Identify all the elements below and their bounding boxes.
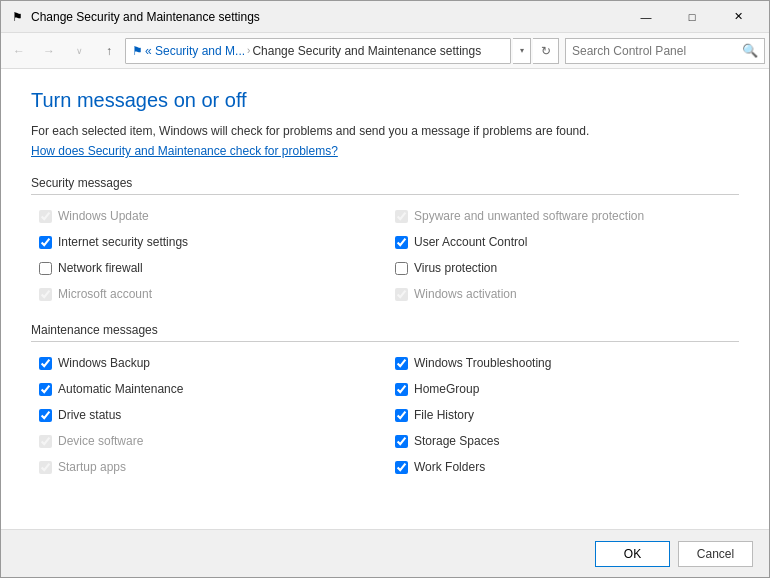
checkbox-windows-update	[39, 210, 52, 223]
breadcrumb-parent[interactable]: « Security and M...	[145, 44, 245, 58]
breadcrumb-separator: ›	[247, 45, 250, 56]
maintenance-item-drive-status: Drive status	[39, 404, 375, 426]
help-link[interactable]: How does Security and Maintenance check …	[31, 144, 338, 158]
window-controls: — □ ✕	[623, 1, 761, 33]
security-item-windows-activation: Windows activation	[395, 283, 731, 305]
footer: OK Cancel	[1, 529, 769, 577]
address-flag-icon: ⚑	[132, 44, 143, 58]
label-microsoft-account: Microsoft account	[58, 287, 152, 301]
recent-button[interactable]: ∨	[65, 37, 93, 65]
maintenance-section-header: Maintenance messages	[31, 323, 739, 342]
maintenance-item-windows-backup: Windows Backup	[39, 352, 375, 374]
label-windows-troubleshooting: Windows Troubleshooting	[414, 356, 551, 370]
maintenance-item-homegroup: HomeGroup	[395, 378, 731, 400]
checkbox-homegroup[interactable]	[395, 383, 408, 396]
checkbox-startup-apps	[39, 461, 52, 474]
cancel-button[interactable]: Cancel	[678, 541, 753, 567]
security-item-spyware: Spyware and unwanted software protection	[395, 205, 731, 227]
forward-button[interactable]: →	[35, 37, 63, 65]
maximize-button[interactable]: □	[669, 1, 715, 33]
security-item-microsoft-account: Microsoft account	[39, 283, 375, 305]
up-button[interactable]: ↑	[95, 37, 123, 65]
breadcrumb: « Security and M... › Change Security an…	[145, 44, 504, 58]
checkbox-virus-protection[interactable]	[395, 262, 408, 275]
address-box[interactable]: ⚑ « Security and M... › Change Security …	[125, 38, 511, 64]
checkbox-internet-security[interactable]	[39, 236, 52, 249]
address-dropdown[interactable]: ▾	[513, 38, 531, 64]
maintenance-item-automatic-maintenance: Automatic Maintenance	[39, 378, 375, 400]
label-windows-backup: Windows Backup	[58, 356, 150, 370]
checkbox-storage-spaces[interactable]	[395, 435, 408, 448]
security-section-header: Security messages	[31, 176, 739, 195]
label-file-history: File History	[414, 408, 474, 422]
security-item-virus-protection: Virus protection	[395, 257, 731, 279]
label-internet-security: Internet security settings	[58, 235, 188, 249]
label-virus-protection: Virus protection	[414, 261, 497, 275]
security-item-windows-update: Windows Update	[39, 205, 375, 227]
label-device-software: Device software	[58, 434, 143, 448]
window-icon: ⚑	[9, 9, 25, 25]
label-drive-status: Drive status	[58, 408, 121, 422]
checkbox-network-firewall[interactable]	[39, 262, 52, 275]
maintenance-item-startup-apps: Startup apps	[39, 456, 375, 478]
content-area: Turn messages on or off For each selecte…	[1, 69, 769, 529]
label-network-firewall: Network firewall	[58, 261, 143, 275]
maintenance-item-windows-troubleshooting: Windows Troubleshooting	[395, 352, 731, 374]
maintenance-item-file-history: File History	[395, 404, 731, 426]
checkbox-work-folders[interactable]	[395, 461, 408, 474]
label-startup-apps: Startup apps	[58, 460, 126, 474]
checkbox-windows-troubleshooting[interactable]	[395, 357, 408, 370]
checkbox-automatic-maintenance[interactable]	[39, 383, 52, 396]
checkbox-windows-backup[interactable]	[39, 357, 52, 370]
ok-button[interactable]: OK	[595, 541, 670, 567]
checkbox-microsoft-account	[39, 288, 52, 301]
label-work-folders: Work Folders	[414, 460, 485, 474]
label-automatic-maintenance: Automatic Maintenance	[58, 382, 183, 396]
search-icon: 🔍	[742, 43, 758, 58]
security-item-network-firewall: Network firewall	[39, 257, 375, 279]
address-bar: ← → ∨ ↑ ⚑ « Security and M... › Change S…	[1, 33, 769, 69]
refresh-button[interactable]: ↻	[533, 38, 559, 64]
search-box[interactable]: 🔍	[565, 38, 765, 64]
maintenance-item-device-software: Device software	[39, 430, 375, 452]
checkbox-user-account[interactable]	[395, 236, 408, 249]
security-item-user-account: User Account Control	[395, 231, 731, 253]
page-description: For each selected item, Windows will che…	[31, 122, 739, 140]
main-window: ⚑ Change Security and Maintenance settin…	[0, 0, 770, 578]
checkbox-spyware	[395, 210, 408, 223]
label-spyware: Spyware and unwanted software protection	[414, 209, 644, 223]
maintenance-item-storage-spaces: Storage Spaces	[395, 430, 731, 452]
label-windows-activation: Windows activation	[414, 287, 517, 301]
maintenance-item-work-folders: Work Folders	[395, 456, 731, 478]
breadcrumb-current: Change Security and Maintenance settings	[252, 44, 481, 58]
checkbox-file-history[interactable]	[395, 409, 408, 422]
close-button[interactable]: ✕	[715, 1, 761, 33]
security-item-internet-security: Internet security settings	[39, 231, 375, 253]
title-bar: ⚑ Change Security and Maintenance settin…	[1, 1, 769, 33]
page-title: Turn messages on or off	[31, 89, 739, 112]
label-windows-update: Windows Update	[58, 209, 149, 223]
window-title: Change Security and Maintenance settings	[31, 10, 623, 24]
maintenance-section: Maintenance messages Windows BackupWindo…	[31, 323, 739, 478]
security-checkbox-grid: Windows UpdateSpyware and unwanted softw…	[31, 205, 739, 305]
back-button[interactable]: ←	[5, 37, 33, 65]
search-input[interactable]	[572, 44, 742, 58]
maintenance-checkbox-grid: Windows BackupWindows TroubleshootingAut…	[31, 352, 739, 478]
label-homegroup: HomeGroup	[414, 382, 479, 396]
label-storage-spaces: Storage Spaces	[414, 434, 499, 448]
checkbox-device-software	[39, 435, 52, 448]
checkbox-drive-status[interactable]	[39, 409, 52, 422]
security-section: Security messages Windows UpdateSpyware …	[31, 176, 739, 305]
minimize-button[interactable]: —	[623, 1, 669, 33]
label-user-account: User Account Control	[414, 235, 527, 249]
checkbox-windows-activation	[395, 288, 408, 301]
